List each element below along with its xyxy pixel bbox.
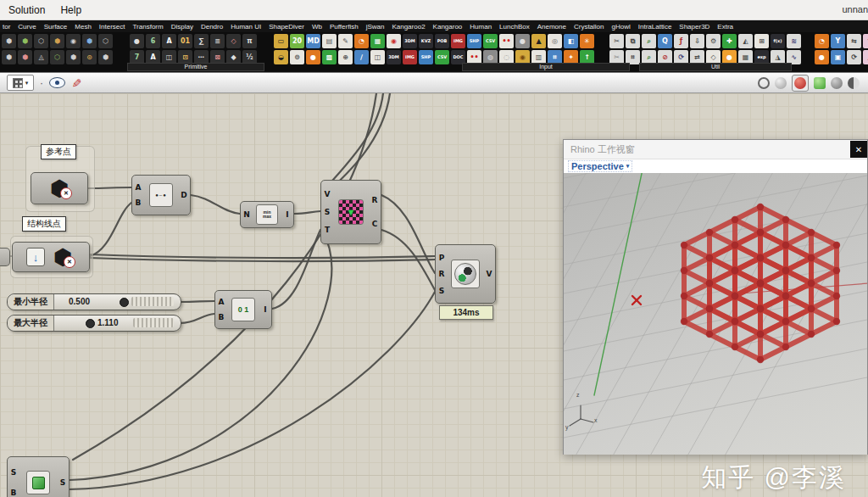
component-icon[interactable]: △ [863, 50, 868, 64]
component-icon[interactable]: ∑ [194, 34, 209, 48]
component-icon[interactable]: IMG [451, 34, 465, 48]
component-icon[interactable]: ● [130, 34, 144, 48]
port-P[interactable]: P [439, 254, 445, 262]
component-icon[interactable]: MD [306, 34, 320, 48]
component-icon[interactable]: •• [499, 34, 514, 48]
component-icon[interactable]: ⟳ [847, 50, 861, 64]
toolbar-group-label-util[interactable]: Util [639, 63, 792, 71]
component-icon[interactable]: Y [831, 34, 845, 48]
node-construct-domain[interactable]: AB 0 1 I [214, 290, 272, 329]
port-B[interactable]: B [11, 489, 17, 497]
component-icon[interactable]: ✂ [609, 34, 624, 48]
component-icon[interactable]: ⬢ [50, 34, 64, 48]
component-icon[interactable]: ● [815, 50, 829, 64]
port-N[interactable]: N [243, 210, 250, 219]
component-icon[interactable]: ⬢ [2, 34, 16, 48]
component-icon[interactable]: ◫ [370, 50, 385, 64]
component-icon[interactable]: ⬡ [34, 34, 48, 48]
tab-extra[interactable]: Extra [717, 23, 733, 31]
custom-preview-icon[interactable] [814, 77, 826, 89]
node-partial-bottom[interactable]: SB S [7, 456, 70, 497]
tab-transform[interactable]: Transform [133, 23, 164, 31]
node-structure-point[interactable]: ↓ ⬢ ✕ [12, 242, 90, 272]
component-icon[interactable]: ✳ [580, 34, 594, 48]
component-icon[interactable]: ⊞ [754, 34, 769, 48]
node-volume[interactable]: PRS V [435, 244, 496, 304]
port-D[interactable]: D [181, 191, 186, 199]
component-icon[interactable]: ◒ [274, 50, 288, 64]
component-icon[interactable]: SHP [419, 50, 433, 64]
component-icon[interactable]: ⬢ [18, 34, 32, 48]
menu-solution[interactable]: Solution [8, 4, 45, 16]
component-icon[interactable]: ◬ [34, 50, 48, 64]
component-icon[interactable]: ▦ [370, 34, 385, 48]
tab-crystallon[interactable]: Crystallon [574, 23, 604, 31]
shaded-preview-icon[interactable] [775, 77, 787, 89]
half-preview-icon[interactable] [848, 77, 860, 89]
paint-brush-icon[interactable]: ✎ [70, 78, 83, 88]
menu-help[interactable]: Help [60, 4, 81, 16]
port-C[interactable]: C [372, 220, 378, 228]
component-icon[interactable]: ◎ [548, 34, 562, 48]
component-icon[interactable]: ⬢ [2, 50, 16, 64]
component-icon[interactable]: 6 [146, 34, 160, 48]
component-icon[interactable]: ƒ [674, 34, 688, 48]
component-icon[interactable]: Q [658, 34, 672, 48]
tab-jswan[interactable]: jSwan [366, 23, 385, 31]
node-distance[interactable]: AB ●–● D [131, 175, 191, 215]
component-icon[interactable]: ◉ [66, 34, 81, 48]
component-icon[interactable]: ● [306, 50, 320, 64]
group-label-ref-point[interactable]: 参考点 [41, 144, 76, 159]
port-T[interactable]: T [325, 226, 330, 234]
rhino-viewport-window[interactable]: Rhino 工作视窗 ✕ Perspective ▾ z y x [563, 139, 868, 455]
component-icon[interactable]: ⬡ [50, 50, 64, 64]
component-icon[interactable]: f(x) [771, 34, 785, 48]
gh-canvas[interactable]: 参考点 结构线点 ⬢ ✕ ↓ ⬢ ✕ AB ●–● D [0, 93, 868, 497]
port-A[interactable]: A [219, 298, 225, 306]
red-preview-icon[interactable] [794, 77, 806, 89]
port-A[interactable]: A [136, 183, 142, 192]
tab-lunchbox[interactable]: LunchBox [499, 23, 530, 31]
slider-rail[interactable] [133, 318, 174, 327]
port-R[interactable]: R [439, 270, 445, 278]
component-icon[interactable]: ≡ [210, 34, 225, 48]
component-icon[interactable]: ▲ [531, 34, 546, 48]
port-S[interactable]: S [60, 478, 65, 487]
component-icon[interactable]: 20 [290, 34, 304, 48]
component-icon[interactable]: 3DM [403, 34, 417, 48]
component-icon[interactable]: SHP [467, 34, 481, 48]
slider-rail[interactable] [131, 297, 174, 306]
component-icon[interactable]: ◉ [387, 34, 401, 48]
component-icon[interactable]: ⬢ [82, 34, 97, 48]
component-icon[interactable]: ⊜ [290, 50, 304, 64]
component-icon[interactable]: ⬡ [98, 34, 113, 48]
component-icon[interactable]: ✎ [338, 34, 353, 48]
component-icon[interactable]: POB [435, 34, 449, 48]
tab-intersect[interactable]: Intersect [99, 23, 125, 31]
tab-pufferfish[interactable]: Pufferfish [330, 23, 359, 31]
component-icon[interactable]: ⚙ [706, 34, 721, 48]
port-I[interactable]: I [264, 305, 266, 314]
group-label-struct-point[interactable]: 结构线点 [22, 216, 66, 232]
viewport-view-label[interactable]: Perspective ▾ [568, 160, 632, 172]
preview-eye-icon[interactable] [49, 77, 65, 88]
node-reference-point[interactable]: ⬢ ✕ [31, 172, 88, 204]
component-icon[interactable]: CSV [435, 50, 449, 64]
component-icon[interactable]: ⌕ [642, 34, 656, 48]
close-icon[interactable]: ✕ [850, 141, 867, 158]
toolbar-group-label-primitive[interactable]: Primitive [127, 63, 264, 71]
component-icon[interactable]: 01 [178, 34, 192, 48]
tab-shapediver[interactable]: ShapeDiver [269, 23, 304, 31]
viewport-3d-view[interactable]: z y x [564, 173, 867, 455]
tab-intralattice[interactable]: IntraLattice [638, 23, 672, 31]
component-icon[interactable]: ◔ [815, 34, 829, 48]
port-I[interactable]: I [286, 210, 288, 219]
wireframe-preview-icon[interactable] [758, 77, 770, 89]
component-icon[interactable]: ⊙ [82, 50, 97, 64]
dark-preview-icon[interactable] [831, 77, 843, 89]
component-icon[interactable]: CSV [483, 34, 498, 48]
port-S[interactable]: S [325, 208, 330, 216]
component-icon[interactable]: ▤ [322, 34, 337, 48]
component-icon[interactable]: ✚ [722, 34, 737, 48]
port-B[interactable]: B [219, 313, 225, 321]
